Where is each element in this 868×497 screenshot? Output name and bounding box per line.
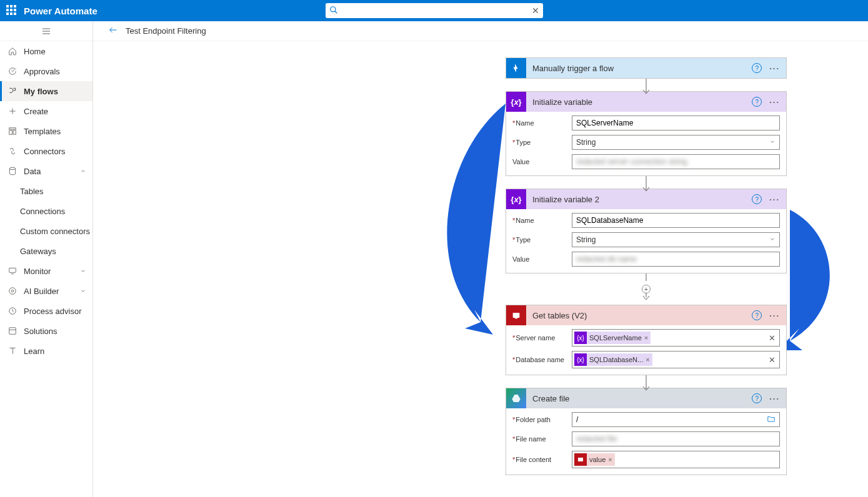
nav-ai-builder[interactable]: AI Builder <box>0 281 92 301</box>
search-clear-icon[interactable]: ✕ <box>532 6 539 16</box>
breadcrumb-bar: Test Endpoint Filtering <box>93 21 868 41</box>
field-label: *Database name <box>512 356 572 363</box>
help-icon[interactable]: ? <box>752 310 762 320</box>
connectors-icon <box>7 146 17 156</box>
nav-label: My flows <box>24 87 58 96</box>
nav-connectors[interactable]: Connectors <box>0 141 92 161</box>
folder-path-input[interactable] <box>572 412 780 427</box>
more-menu-icon[interactable]: ··· <box>769 394 780 403</box>
more-menu-icon[interactable]: ··· <box>769 97 780 107</box>
dynamic-token: value × <box>574 453 615 466</box>
more-menu-icon[interactable]: ··· <box>769 195 780 204</box>
clear-input-icon[interactable]: ✕ <box>769 355 776 365</box>
help-icon[interactable]: ? <box>752 97 762 107</box>
nav-templates[interactable]: Templates <box>0 121 92 141</box>
ai-icon <box>7 286 17 296</box>
card-init-var-1[interactable]: {x} Initialize variable ? ··· *Name <box>506 91 787 176</box>
sql-icon <box>506 305 526 325</box>
card-init-var-2[interactable]: {x} Initialize variable 2 ? ··· *Name <box>506 189 787 273</box>
remove-token-icon[interactable]: × <box>644 334 648 342</box>
search-input[interactable] <box>342 6 532 16</box>
nav-connections[interactable]: Connections <box>0 201 92 221</box>
field-label: *File content <box>512 456 572 463</box>
field-label: *Name <box>512 217 572 224</box>
templates-icon <box>7 126 17 136</box>
nav-solutions[interactable]: Solutions <box>0 321 92 341</box>
database-name-input[interactable]: {x} SQLDatabaseN... × ✕ <box>572 351 780 368</box>
nav-gateways[interactable]: Gateways <box>0 241 92 261</box>
card-create-file[interactable]: Create file ? ··· *Folder path <box>506 388 787 475</box>
svg-rect-24 <box>515 318 517 318</box>
svg-marker-26 <box>512 395 520 402</box>
help-icon[interactable]: ? <box>752 393 762 403</box>
svg-point-10 <box>9 167 15 170</box>
learn-icon <box>7 346 17 356</box>
nav-create[interactable]: Create <box>0 101 92 121</box>
sidebar: Home Approvals My flows Create Templates… <box>0 21 93 497</box>
card-title: Initialize variable <box>526 97 752 107</box>
name-input[interactable] <box>572 213 780 228</box>
connector-arrow <box>646 292 647 305</box>
svg-rect-23 <box>513 313 520 318</box>
more-menu-icon[interactable]: ··· <box>769 64 780 73</box>
add-step-button[interactable]: + <box>642 285 651 293</box>
file-name-input[interactable]: redacted file <box>572 431 780 446</box>
nav-label: Solutions <box>24 327 57 336</box>
home-icon <box>7 46 17 56</box>
nav-my-flows[interactable]: My flows <box>0 81 92 101</box>
monitor-icon <box>7 266 17 276</box>
folder-picker-icon[interactable] <box>767 415 776 425</box>
card-get-tables[interactable]: Get tables (V2) ? ··· *Server name {x} <box>506 305 787 375</box>
server-name-input[interactable]: {x} SQLServerName × ✕ <box>572 329 780 347</box>
app-launcher-icon[interactable] <box>6 5 17 16</box>
redacted-text: redacted db name <box>576 255 637 263</box>
help-icon[interactable]: ? <box>752 194 762 204</box>
nav-monitor[interactable]: Monitor <box>0 261 92 281</box>
field-label: *Type <box>512 139 572 146</box>
hamburger-button[interactable] <box>0 21 92 41</box>
nav-label: Connectors <box>24 147 65 156</box>
type-select[interactable]: String <box>572 135 780 150</box>
search-icon <box>329 6 338 16</box>
data-icon <box>7 166 17 176</box>
more-menu-icon[interactable]: ··· <box>769 311 780 320</box>
chevron-up-icon <box>80 167 86 176</box>
field-label: *Type <box>512 236 572 244</box>
nav-approvals[interactable]: Approvals <box>0 61 92 81</box>
help-icon[interactable]: ? <box>752 63 762 73</box>
connector-arrow <box>646 79 647 91</box>
nav-home[interactable]: Home <box>0 41 92 61</box>
name-input[interactable] <box>572 116 780 130</box>
annotation-arrow-left <box>431 104 512 343</box>
value-input[interactable]: redacted db name <box>572 252 780 267</box>
remove-token-icon[interactable]: × <box>608 456 612 463</box>
back-arrow-icon[interactable] <box>108 25 118 37</box>
trigger-icon <box>506 58 526 78</box>
search-box[interactable]: ✕ <box>326 3 543 18</box>
value-input[interactable]: redacted server connection string <box>572 154 780 169</box>
chevron-down-icon <box>80 267 86 276</box>
card-title: Create file <box>526 394 752 403</box>
svg-line-1 <box>334 11 337 13</box>
card-trigger[interactable]: Manually trigger a flow ? ··· <box>506 57 787 79</box>
nav-custom-connectors[interactable]: Custom connectors <box>0 221 92 241</box>
nav-process-advisor[interactable]: Process advisor <box>0 301 92 321</box>
nav-tables[interactable]: Tables <box>0 181 92 201</box>
nav-list: Home Approvals My flows Create Templates… <box>0 41 92 361</box>
nav-label: Data <box>24 167 41 176</box>
nav-label: Home <box>24 47 46 56</box>
nav-data[interactable]: Data <box>0 161 92 181</box>
flows-icon <box>7 86 17 96</box>
remove-token-icon[interactable]: × <box>646 356 649 363</box>
select-value: String <box>576 235 596 244</box>
google-drive-icon <box>506 388 526 408</box>
svg-point-13 <box>9 288 16 295</box>
file-content-input[interactable]: value × <box>572 451 780 468</box>
type-select[interactable]: String <box>572 232 780 247</box>
clear-input-icon[interactable]: ✕ <box>769 333 776 343</box>
token-text: value <box>589 456 606 463</box>
nav-learn[interactable]: Learn <box>0 341 92 361</box>
field-label: *File name <box>512 435 572 443</box>
nav-label: Custom connectors <box>20 227 90 236</box>
svg-point-0 <box>330 6 335 11</box>
